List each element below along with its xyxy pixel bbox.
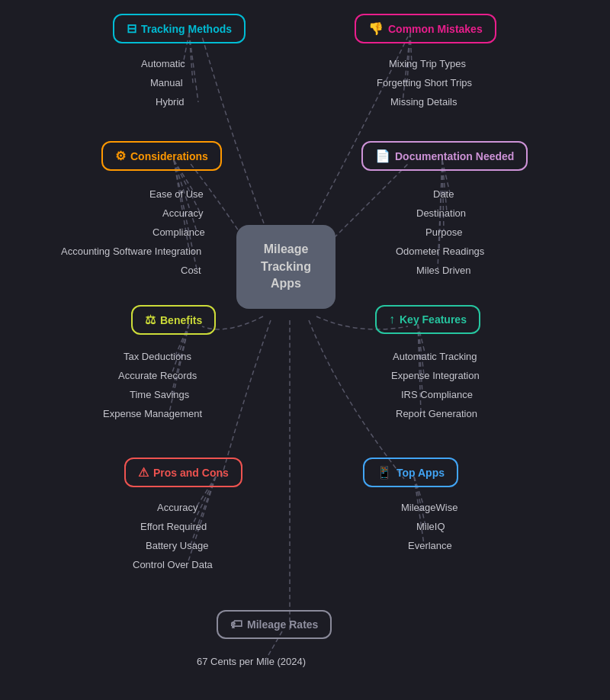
connection-lines: .dashed-line { fill: none; stroke: #5555… — [0, 0, 610, 700]
documentation-icon: 📄 — [375, 149, 390, 163]
proscons-label: Pros and Cons — [153, 467, 229, 479]
center-label: Mileage Tracking Apps — [261, 241, 311, 292]
doc-leaf-2: Destination — [416, 207, 466, 219]
benefits-icon: ⚖ — [145, 313, 156, 327]
mistakes-icon: 👎 — [368, 21, 384, 36]
mistakes-label: Common Mistakes — [388, 23, 483, 35]
ta-leaf-3: Everlance — [408, 540, 452, 551]
mr-leaf-1: 67 Cents per Mile (2024) — [197, 656, 306, 667]
topapps-label: Top Apps — [396, 467, 445, 479]
pc-leaf-4: Control Over Data — [133, 559, 213, 570]
kf-leaf-1: Automatic Tracking — [393, 351, 477, 362]
node-mileagerates[interactable]: 🏷 Mileage Rates — [217, 610, 332, 639]
node-benefits[interactable]: ⚖ Benefits — [131, 305, 216, 335]
node-considerations[interactable]: ⚙ Considerations — [101, 141, 222, 171]
tracking-label: Tracking Methods — [141, 23, 232, 35]
ta-leaf-1: MileageWise — [401, 502, 458, 513]
keyfeatures-label: Key Features — [400, 313, 467, 326]
node-proscons[interactable]: ⚠ Pros and Cons — [124, 458, 242, 487]
ben-leaf-3: Time Savings — [130, 389, 189, 400]
kf-leaf-3: IRS Compliance — [401, 389, 473, 400]
mistakes-leaf-2: Forgetting Short Trips — [377, 77, 472, 88]
cons-leaf-1: Ease of Use — [149, 188, 204, 200]
ta-leaf-2: MileIQ — [416, 521, 445, 532]
topapps-icon: 📱 — [377, 465, 392, 480]
cons-leaf-4: Accounting Software Integration — [61, 246, 201, 257]
tracking-icon: ⊟ — [127, 21, 136, 36]
tracking-leaf-1: Automatic — [141, 58, 185, 69]
mistakes-leaf-1: Mixing Trip Types — [389, 58, 466, 69]
mileagerates-icon: 🏷 — [230, 618, 242, 631]
mistakes-leaf-3: Missing Details — [390, 96, 457, 108]
kf-leaf-2: Expense Integration — [391, 370, 480, 381]
doc-leaf-5: Miles Driven — [416, 265, 471, 276]
proscons-icon: ⚠ — [138, 465, 149, 480]
node-documentation[interactable]: 📄 Documentation Needed — [361, 141, 528, 171]
cons-leaf-5: Cost — [181, 265, 201, 276]
tracking-leaf-3: Hybrid — [156, 96, 185, 108]
pc-leaf-2: Effort Required — [140, 521, 207, 532]
cons-leaf-2: Accuracy — [162, 207, 203, 219]
cons-leaf-3: Compliance — [152, 226, 205, 238]
considerations-icon: ⚙ — [115, 149, 126, 163]
ben-leaf-1: Tax Deductions — [124, 351, 191, 362]
node-tracking[interactable]: ⊟ Tracking Methods — [113, 14, 246, 43]
mileagerates-label: Mileage Rates — [247, 618, 318, 631]
ben-leaf-4: Expense Management — [103, 408, 202, 419]
considerations-label: Considerations — [130, 150, 208, 162]
node-mistakes[interactable]: 👎 Common Mistakes — [355, 14, 496, 43]
center-node: Mileage Tracking Apps — [236, 225, 336, 309]
doc-leaf-3: Purpose — [425, 226, 462, 238]
pc-leaf-1: Accuracy — [157, 502, 197, 513]
keyfeatures-icon: ↑ — [389, 313, 395, 326]
doc-leaf-4: Odometer Readings — [396, 246, 484, 257]
node-keyfeatures[interactable]: ↑ Key Features — [375, 305, 480, 334]
pc-leaf-3: Battery Usage — [146, 540, 208, 551]
kf-leaf-4: Report Generation — [396, 408, 477, 419]
documentation-label: Documentation Needed — [395, 150, 514, 162]
ben-leaf-2: Accurate Records — [118, 370, 197, 381]
mind-map: .dashed-line { fill: none; stroke: #5555… — [0, 0, 610, 700]
benefits-label: Benefits — [160, 314, 202, 326]
tracking-leaf-2: Manual — [150, 77, 183, 88]
doc-leaf-1: Date — [433, 188, 454, 200]
node-topapps[interactable]: 📱 Top Apps — [363, 458, 458, 487]
